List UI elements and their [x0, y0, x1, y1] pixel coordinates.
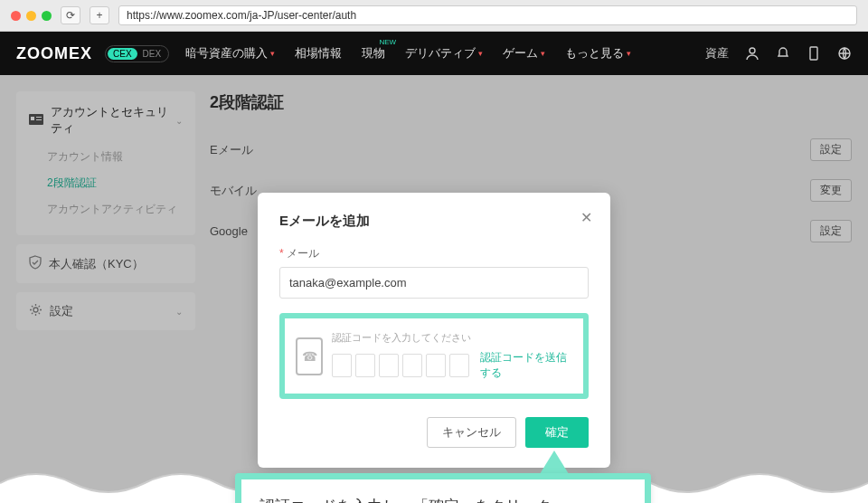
top-nav: ZOOMEX CEX DEX 暗号資産の購入▾ 相場情報 現物NEW デリバティ… — [0, 32, 868, 75]
bell-icon[interactable] — [776, 46, 790, 61]
nav-more[interactable]: もっと見る▾ — [565, 45, 631, 62]
nav-market-info[interactable]: 相場情報 — [295, 45, 342, 62]
chevron-down-icon: ▾ — [270, 49, 275, 58]
globe-icon[interactable] — [837, 46, 852, 61]
chevron-down-icon: ▾ — [478, 49, 483, 58]
email-input[interactable] — [279, 267, 589, 299]
page-body: アカウントとセキュリティ ⌄ アカウント情報 2段階認証 アカウントアクティビテ… — [0, 75, 868, 503]
svg-point-0 — [750, 48, 755, 53]
verification-code-block: ☎ 認証コードを入力してください 認証コードを送信する — [279, 313, 589, 399]
cancel-button[interactable]: キャンセル — [427, 417, 516, 448]
url-bar[interactable]: https://www.zoomex.com/ja-JP/user-center… — [118, 5, 857, 25]
svg-rect-1 — [810, 47, 817, 60]
cex-dex-toggle[interactable]: CEX DEX — [105, 45, 169, 62]
nav-buy-crypto[interactable]: 暗号資産の購入▾ — [185, 45, 275, 62]
close-window-icon[interactable] — [11, 11, 21, 21]
close-icon[interactable]: ✕ — [580, 209, 592, 226]
code-cell-1[interactable] — [332, 354, 352, 377]
minimize-window-icon[interactable] — [26, 11, 36, 21]
nav-assets[interactable]: 資産 — [705, 45, 729, 62]
code-cell-3[interactable] — [379, 354, 399, 377]
reload-button[interactable]: ⟳ — [61, 6, 80, 24]
instruction-callout: 認証コードを入力し、「確定」をクリック — [235, 473, 651, 503]
phone-icon: ☎ — [296, 337, 323, 375]
traffic-lights — [11, 11, 52, 21]
modal-title: Eメールを追加 — [279, 213, 589, 230]
nav-derivatives[interactable]: デリバティブ▾ — [405, 45, 483, 62]
nav-spot[interactable]: 現物NEW — [362, 45, 385, 62]
confirm-button[interactable]: 確定 — [525, 417, 589, 448]
nav-right: 資産 — [705, 45, 852, 62]
dex-tab[interactable]: DEX — [137, 48, 167, 60]
nav-game[interactable]: ゲーム▾ — [503, 45, 545, 62]
add-email-modal: Eメールを追加 ✕ *メール ☎ 認証コードを入力してください 認証コードを送信… — [258, 193, 610, 468]
send-code-link[interactable]: 認証コードを送信する — [480, 350, 572, 381]
user-icon[interactable] — [745, 46, 760, 61]
cex-tab[interactable]: CEX — [108, 48, 137, 60]
modal-actions: キャンセル 確定 — [279, 417, 589, 448]
chevron-down-icon: ▾ — [541, 49, 545, 58]
code-cell-2[interactable] — [355, 354, 375, 377]
maximize-window-icon[interactable] — [42, 11, 52, 21]
email-field-label: *メール — [279, 246, 589, 261]
logo[interactable]: ZOOMEX — [16, 44, 92, 63]
new-badge: NEW — [379, 38, 396, 46]
mobile-icon[interactable] — [807, 46, 821, 61]
code-cells: 認証コードを送信する — [332, 350, 572, 381]
chevron-down-icon: ▾ — [627, 49, 631, 58]
nav-items: 暗号資産の購入▾ 相場情報 現物NEW デリバティブ▾ ゲーム▾ もっと見る▾ — [185, 45, 631, 62]
code-cell-5[interactable] — [426, 354, 446, 377]
new-tab-button[interactable]: + — [90, 6, 109, 24]
code-cell-4[interactable] — [402, 354, 422, 377]
browser-chrome: ⟳ + https://www.zoomex.com/ja-JP/user-ce… — [0, 0, 868, 32]
code-hint: 認証コードを入力してください — [332, 331, 572, 345]
code-cell-6[interactable] — [449, 354, 469, 377]
